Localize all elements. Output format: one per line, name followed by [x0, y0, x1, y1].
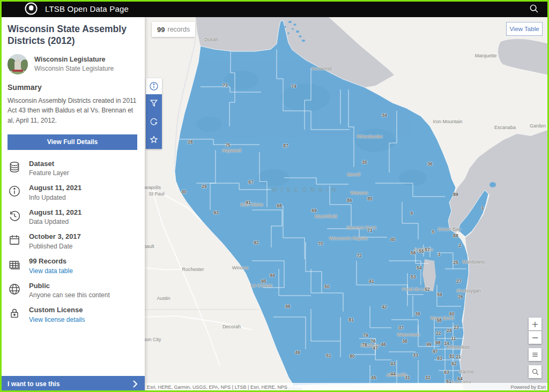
powered-by-esri: Powered by Esri	[510, 385, 546, 390]
legend-button[interactable]	[529, 348, 541, 361]
org-subtitle: Wisconsin State Legislature	[34, 65, 114, 72]
cta-label: I want to use this	[8, 380, 60, 388]
view-table-button[interactable]: View Table	[506, 22, 543, 36]
meta-data-updated: August 11, 2021 Data Updated	[8, 208, 137, 226]
refresh-icon	[149, 116, 159, 127]
summary-heading: Summary	[8, 83, 137, 92]
app-header: LTSB Open Data Page	[0, 0, 549, 17]
attribution-text: Esri, HERE, Garmin, USGS, EPA, NPS | LTS…	[147, 385, 287, 390]
meta-dataset: Dataset Feature Layer	[8, 160, 137, 177]
map-canvas[interactable]: WISCONSIN DuluthIronwoodMarquetteIron Mo…	[145, 17, 549, 392]
view-full-details-button[interactable]: View Full Details	[8, 134, 137, 150]
zoom-in-button[interactable]: +	[529, 318, 541, 330]
avatar[interactable]	[8, 54, 28, 74]
meta-sub: Feature Layer	[29, 169, 69, 177]
filter-tool-button[interactable]	[146, 94, 162, 112]
i-want-to-use-this-bar[interactable]: I want to use this	[0, 376, 145, 392]
meta-published: October 3, 2017 Published Date	[8, 232, 137, 250]
meta-title: August 11, 2021	[29, 184, 81, 192]
meta-title: 99 Records	[29, 257, 73, 266]
favorite-tool-button[interactable]	[146, 131, 162, 149]
meta-title: Public	[29, 282, 110, 290]
meta-license: Custom License View license details	[8, 306, 137, 323]
records-count: 99	[157, 26, 165, 34]
legend-list-icon	[531, 350, 539, 359]
star-icon	[149, 134, 159, 145]
magnifier-icon	[531, 368, 539, 376]
records-badge: 99 records	[152, 22, 195, 37]
ltsb-open-data-page: LTSB Open Data Page Wisconsin State Asse…	[0, 0, 549, 392]
basemap	[145, 17, 549, 392]
meta-records: 99 Records View data table	[8, 257, 137, 275]
meta-title: August 11, 2021	[29, 208, 81, 217]
dataset-title: Wisconsin State Assembly Districts (2012…	[8, 24, 137, 47]
view-data-table-link[interactable]: View data table	[29, 267, 73, 275]
meta-sub: Data Updated	[29, 218, 81, 225]
lock-icon	[8, 306, 21, 320]
map-attribution: Esri, HERE, Garmin, USGS, EPA, NPS | LTS…	[145, 383, 549, 391]
page-title: LTSB Open Data Page	[45, 4, 129, 13]
filter-funnel-icon	[149, 98, 159, 109]
refresh-tool-button[interactable]	[146, 112, 162, 131]
meta-title: Custom License	[29, 306, 85, 314]
meta-visibility: Public Anyone can see this content	[8, 282, 137, 299]
meta-sub: Info Updated	[29, 194, 81, 201]
info-circle-icon	[149, 81, 159, 92]
info-tool-button[interactable]	[146, 78, 162, 94]
meta-sub: Anyone can see this content	[29, 291, 110, 299]
metadata-list: Dataset Feature Layer August 11, 2021 In…	[8, 160, 137, 323]
view-license-details-link[interactable]: View license details	[29, 316, 85, 323]
info-icon	[8, 184, 21, 198]
calendar-icon	[8, 233, 21, 247]
search-icon[interactable]	[529, 3, 539, 14]
ltsb-logo-icon[interactable]	[25, 2, 38, 15]
globe-icon	[8, 282, 21, 296]
chevron-right-icon	[132, 380, 138, 388]
zoom-out-button[interactable]: −	[529, 331, 541, 344]
map-search-button[interactable]	[529, 365, 541, 378]
table-icon	[8, 258, 21, 272]
database-icon	[8, 160, 21, 174]
meta-sub: Published Date	[29, 243, 81, 250]
map-toolbar	[146, 78, 162, 149]
org-name[interactable]: Wisconsin Legislature	[34, 56, 114, 63]
meta-title: Dataset	[29, 160, 69, 168]
records-label: records	[167, 26, 190, 33]
sidebar: Wisconsin State Assembly Districts (2012…	[0, 17, 145, 392]
meta-title: October 3, 2017	[29, 232, 81, 241]
summary-text: Wisconsin Assembly Districts created in …	[8, 96, 137, 126]
meta-info-updated: August 11, 2021 Info Updated	[8, 184, 137, 201]
history-icon	[8, 209, 21, 223]
